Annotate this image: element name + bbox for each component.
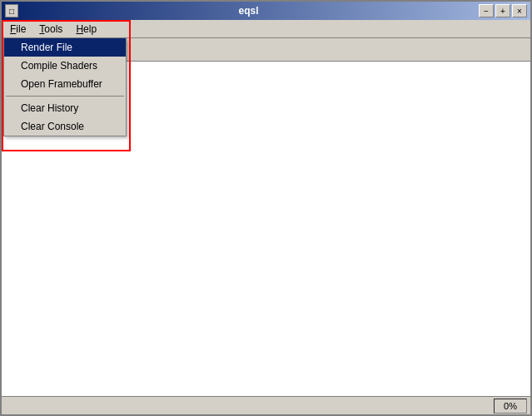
status-value: 0%	[494, 399, 527, 414]
clear-history-item[interactable]: Clear History	[4, 99, 126, 117]
help-menu-item[interactable]: Help	[69, 22, 103, 37]
file-menu-item[interactable]: File	[3, 22, 32, 37]
window-title: eqsl	[18, 5, 479, 17]
render-file-item[interactable]: Render File	[4, 38, 126, 57]
menu-bar: File Render File Compile Shaders Open Fr…	[2, 20, 530, 38]
status-text: 0%	[504, 401, 517, 411]
title-bar-controls: − + ×	[479, 4, 527, 17]
window-icon: □	[5, 4, 18, 17]
status-bar: 0%	[2, 396, 530, 414]
render-file-label: Render File	[21, 42, 72, 53]
compile-shaders-item[interactable]: Compile Shaders	[4, 57, 126, 75]
open-framebuffer-item[interactable]: Open Framebuffer	[4, 75, 126, 93]
compile-shaders-label: Compile Shaders	[21, 60, 97, 72]
file-menu-label: File	[10, 23, 26, 35]
close-button[interactable]: ×	[512, 4, 527, 17]
title-bar: □ eqsl − + ×	[2, 2, 530, 20]
clear-history-label: Clear History	[21, 102, 78, 114]
tools-menu-item[interactable]: Tools	[32, 22, 69, 37]
tools-menu-label: Tools	[39, 23, 62, 35]
minimize-button[interactable]: −	[479, 4, 494, 17]
file-dropdown: Render File Compile Shaders Open Framebu…	[3, 38, 127, 136]
help-menu-label: Help	[76, 23, 97, 35]
open-framebuffer-label: Open Framebuffer	[21, 78, 102, 90]
maximize-button[interactable]: +	[495, 4, 510, 17]
menu-separator	[6, 96, 124, 97]
file-menu-wrapper: File Render File Compile Shaders Open Fr…	[3, 22, 32, 37]
clear-console-label: Clear Console	[21, 121, 84, 132]
main-window: □ eqsl − + × File Render File Compile Sh…	[0, 0, 532, 416]
clear-console-item[interactable]: Clear Console	[4, 117, 126, 136]
